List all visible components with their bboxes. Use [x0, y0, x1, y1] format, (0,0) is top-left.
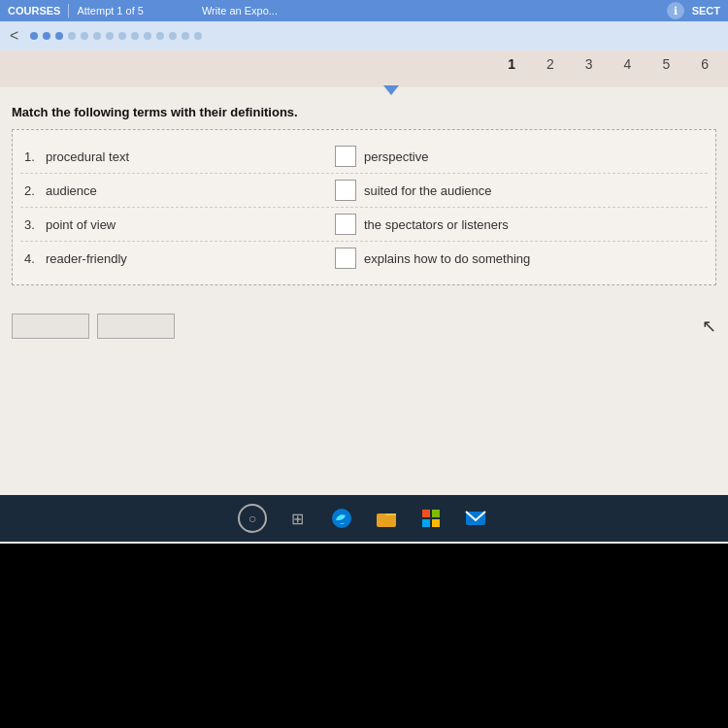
step-2[interactable]: 2: [546, 56, 554, 72]
dot-13: [182, 32, 189, 40]
term-col-4: 4. reader-friendly: [20, 246, 331, 272]
term-text-4: reader-friendly: [46, 251, 127, 266]
progress-dots: [30, 32, 718, 40]
edge-button[interactable]: [327, 504, 356, 533]
bottom-btn-1[interactable]: [12, 314, 89, 339]
def-text-2: suited for the audience: [364, 183, 492, 198]
def-col-2: suited for the audience: [331, 174, 708, 207]
instruction-text: Match the following terms with their def…: [12, 105, 716, 119]
table-row: 2. audience suited for the audience: [20, 174, 708, 208]
attempt-label: Attempt 1 of 5: [77, 5, 143, 17]
cursor-icon: ↖: [702, 315, 716, 337]
dot-3: [55, 32, 63, 40]
def-col-1: perspective: [331, 140, 708, 173]
top-bar: COURSES Attempt 1 of 5 Write an Expo... …: [0, 0, 728, 21]
term-text-3: point of view: [46, 217, 116, 232]
divider: [68, 4, 69, 17]
table-row: 1. procedural text perspective: [20, 140, 708, 174]
table-row: 4. reader-friendly explains how to do so…: [20, 242, 708, 275]
mail-button[interactable]: [461, 504, 490, 533]
def-col-4: explains how to do something: [331, 242, 708, 275]
dot-5: [81, 32, 88, 40]
term-text-1: procedural text: [46, 149, 129, 164]
term-num-2: 2.: [24, 183, 40, 198]
term-text-2: audience: [46, 183, 97, 198]
step-5[interactable]: 5: [662, 56, 670, 72]
main-content: Match the following terms with their def…: [0, 87, 728, 297]
step-1[interactable]: 1: [508, 56, 515, 72]
dot-12: [169, 32, 177, 40]
term-num-4: 4.: [24, 251, 40, 266]
sect-label: SECT: [692, 5, 720, 17]
dot-14: [194, 32, 202, 40]
term-num-3: 3.: [24, 217, 40, 232]
progress-bar: <: [0, 21, 728, 50]
dot-1: [30, 32, 38, 40]
def-text-1: perspective: [364, 149, 428, 164]
def-text-4: explains how to do something: [364, 251, 530, 266]
black-bottom: [0, 544, 728, 728]
step-6[interactable]: 6: [701, 56, 709, 72]
term-col-1: 1. procedural text: [20, 144, 331, 170]
svg-rect-4: [422, 519, 430, 527]
back-button[interactable]: <: [10, 27, 18, 45]
dot-4: [68, 32, 76, 40]
dot-10: [144, 32, 151, 40]
bottom-btn-2[interactable]: [97, 314, 175, 339]
start-button[interactable]: ○: [238, 504, 267, 533]
def-checkbox-4[interactable]: [335, 248, 356, 269]
steps-bar: 1 2 3 4 5 6: [0, 50, 728, 87]
page-title: Write an Expo...: [202, 5, 667, 17]
dot-8: [118, 32, 126, 40]
table-row: 3. point of view the spectators or liste…: [20, 208, 708, 242]
svg-rect-2: [422, 510, 430, 517]
svg-rect-3: [432, 510, 440, 517]
def-checkbox-2[interactable]: [335, 180, 356, 201]
match-area: 1. procedural text perspective 2. audien…: [12, 129, 716, 285]
dot-6: [93, 32, 101, 40]
term-col-2: 2. audience: [20, 178, 331, 204]
dot-7: [106, 32, 114, 40]
step-numbers: 1 2 3 4 5 6: [508, 50, 709, 72]
taskbar: ○ ⊞: [0, 495, 728, 542]
step-indicator: [383, 85, 399, 95]
svg-rect-5: [432, 519, 440, 527]
dot-9: [131, 32, 139, 40]
bottom-area: ↖: [0, 297, 728, 355]
term-num-1: 1.: [24, 149, 40, 164]
def-checkbox-1[interactable]: [335, 146, 356, 167]
svg-rect-1: [377, 513, 396, 527]
taskview-button[interactable]: ⊞: [282, 504, 312, 533]
def-col-3: the spectators or listeners: [331, 208, 708, 241]
def-text-3: the spectators or listeners: [364, 217, 509, 232]
folder-button[interactable]: [372, 504, 401, 533]
windows-button[interactable]: [416, 504, 446, 533]
step-3[interactable]: 3: [585, 56, 593, 72]
term-col-3: 3. point of view: [20, 212, 331, 238]
dot-2: [43, 32, 50, 40]
dot-11: [156, 32, 164, 40]
def-checkbox-3[interactable]: [335, 214, 356, 235]
info-button[interactable]: ℹ: [667, 2, 684, 19]
step-4[interactable]: 4: [624, 56, 632, 72]
courses-label: COURSES: [8, 5, 60, 17]
